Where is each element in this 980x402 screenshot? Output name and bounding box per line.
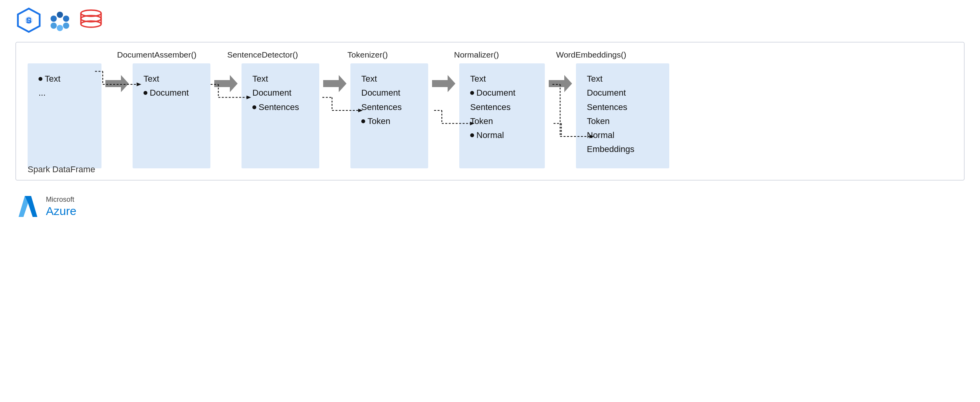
- stacks-logo-icon: [78, 7, 104, 33]
- stage-label-normalizer: Normalizer(): [434, 50, 519, 59]
- we-field-token: Token: [587, 114, 658, 128]
- we-field-embeddings: Embeddings: [587, 142, 658, 156]
- norm-field-document: Document: [470, 86, 534, 100]
- sd-field-text: Text: [252, 72, 308, 86]
- norm-field-token: Token: [470, 114, 534, 128]
- svg-marker-17: [323, 75, 346, 92]
- dot-document: [144, 91, 147, 95]
- input-box: Text ...: [28, 63, 102, 168]
- pipeline-row: Text ... Text Document: [28, 63, 952, 168]
- azure-text: Microsoft Azure: [46, 196, 76, 218]
- arrow-3: [323, 63, 346, 92]
- svg-marker-16: [214, 75, 238, 92]
- arrow-1: [105, 63, 129, 92]
- input-field-text: Text: [38, 72, 91, 86]
- svg-text:⚙: ⚙: [26, 16, 32, 24]
- arrow-4: [432, 63, 455, 92]
- dot-sentences: [252, 105, 256, 109]
- we-field-text: Text: [587, 72, 658, 86]
- stage-label-doc-assembler: DocumentAssember(): [117, 50, 196, 59]
- dot-normal: [470, 133, 474, 137]
- input-field-ellipsis: ...: [38, 86, 91, 100]
- svg-marker-18: [432, 75, 455, 92]
- sd-field-sentences: Sentences: [252, 100, 308, 114]
- spark-logo-icon: S ⚙: [16, 7, 42, 33]
- svg-point-4: [57, 12, 63, 18]
- svg-point-9: [57, 25, 63, 31]
- normalizer-box: Text Document Sentences Token Normal: [459, 63, 545, 168]
- doc-assembler-box: Text Document: [133, 63, 210, 168]
- tok-field-sentences: Sentences: [361, 100, 417, 114]
- svg-point-7: [51, 23, 57, 29]
- dot-text: [38, 77, 42, 81]
- stage-label-sentence-detector: SentenceDetector(): [224, 50, 301, 59]
- we-field-document: Document: [587, 86, 658, 100]
- tokenizer-box: Text Document Sentences Token: [350, 63, 428, 168]
- arrow-2: [214, 63, 238, 92]
- arrow-5: [549, 63, 572, 92]
- we-field-sentences: Sentences: [587, 100, 658, 114]
- we-field-normal: Normal: [587, 128, 658, 142]
- stage-label-tokenizer: Tokenizer(): [329, 50, 406, 59]
- norm-field-normal: Normal: [470, 128, 534, 142]
- footer: Microsoft Azure: [0, 186, 980, 228]
- sentence-detector-box: Text Document Sentences: [242, 63, 319, 168]
- sd-field-document: Document: [252, 86, 308, 100]
- diagram-container: DocumentAssember() SentenceDetector() To…: [16, 42, 964, 180]
- svg-point-8: [63, 23, 69, 29]
- tok-field-document: Document: [361, 86, 417, 100]
- svg-marker-19: [549, 75, 572, 92]
- stage-label-word-embeddings: WordEmbeddings(): [546, 50, 636, 59]
- tok-field-token: Token: [361, 114, 417, 128]
- dot-document-norm: [470, 91, 474, 95]
- svg-point-5: [51, 16, 57, 22]
- header: S ⚙: [0, 0, 980, 38]
- svg-marker-15: [105, 75, 129, 92]
- tok-field-text: Text: [361, 72, 417, 86]
- norm-field-sentences: Sentences: [470, 100, 534, 114]
- da-field-text: Text: [144, 72, 200, 86]
- norm-field-text: Text: [470, 72, 534, 86]
- dot-token: [361, 119, 365, 123]
- spark-dataframe-label: Spark DataFrame: [28, 164, 95, 175]
- da-field-document: Document: [144, 86, 200, 100]
- svg-point-6: [63, 16, 69, 22]
- databricks-logo-icon: [47, 7, 73, 33]
- word-embeddings-box: Text Document Sentences Token Normal Emb…: [576, 63, 669, 168]
- azure-logo-icon: [16, 194, 40, 219]
- azure-logo: Microsoft Azure: [16, 194, 76, 219]
